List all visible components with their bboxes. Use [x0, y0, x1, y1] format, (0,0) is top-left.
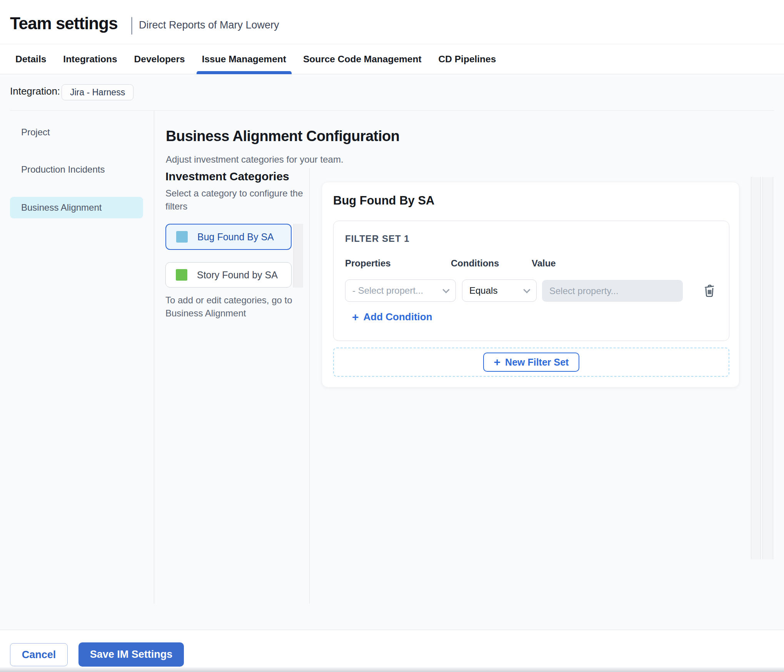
tab-integrations[interactable]: Integrations [63, 44, 117, 74]
horizontal-divider [10, 110, 774, 111]
footer-bar: Cancel Save IM Settings [0, 630, 784, 672]
trash-icon [702, 294, 717, 299]
team-settings-page: Team settings Direct Reports of Mary Low… [0, 0, 784, 672]
delete-condition-button[interactable] [701, 283, 718, 299]
save-im-settings-button[interactable]: Save IM Settings [78, 642, 184, 667]
new-filter-set-dropzone: + New Filter Set [333, 348, 729, 377]
bottom-edge-shadow [0, 667, 784, 672]
page-subtitle: Direct Reports of Mary Lowery [139, 19, 279, 31]
category-bug-found-by-sa[interactable]: Bug Found By SA [165, 224, 292, 250]
category-label: Bug Found By SA [197, 231, 274, 243]
add-condition-label: Add Condition [364, 311, 432, 323]
sidebar-divider [154, 111, 154, 604]
integration-chip[interactable]: Jira - Harness [62, 84, 133, 100]
cancel-button[interactable]: Cancel [10, 643, 68, 666]
filter-set-label: FILTER SET 1 [345, 233, 410, 244]
conditions-column-label: Conditions [451, 258, 499, 269]
panel-scrollbar[interactable] [751, 177, 761, 559]
property-select-placeholder: - Select propert... [352, 285, 423, 296]
section-title: Business Alignment Configuration [166, 128, 400, 145]
bug-category-swatch [176, 231, 188, 243]
investment-categories-title: Investment Categories [165, 170, 289, 183]
category-list-scrollbar[interactable] [293, 224, 303, 288]
add-condition-button[interactable]: + Add Condition [352, 311, 432, 323]
categories-note: To add or edit categories, go to Busines… [165, 294, 311, 320]
sidebar-item-project[interactable]: Project [21, 127, 50, 138]
chevron-down-icon [442, 286, 449, 293]
value-column-label: Value [532, 258, 556, 269]
tab-details[interactable]: Details [15, 44, 46, 74]
sidebar-item-production-incidents[interactable]: Production Incidents [21, 164, 105, 175]
value-input[interactable] [542, 280, 683, 302]
sidebar-item-label: Business Alignment [21, 202, 102, 213]
property-select[interactable]: - Select propert... [345, 279, 456, 302]
new-filter-set-button[interactable]: + New Filter Set [483, 353, 580, 372]
page-scrollbar[interactable] [762, 177, 773, 559]
new-filter-set-label: New Filter Set [505, 357, 569, 368]
config-card-title: Bug Found By SA [333, 194, 434, 208]
plus-icon: + [494, 356, 501, 368]
tab-bar: Details Integrations Developers Issue Ma… [0, 44, 784, 74]
tab-developers[interactable]: Developers [134, 44, 185, 74]
page-title: Team settings [10, 14, 118, 33]
filter-set-card: FILTER SET 1 Properties Conditions Value… [333, 221, 729, 341]
category-config-card: Bug Found By SA FILTER SET 1 Properties … [322, 182, 739, 388]
condition-select-value: Equals [469, 285, 497, 296]
sidebar-item-business-alignment[interactable]: Business Alignment [10, 197, 143, 218]
properties-column-label: Properties [345, 258, 391, 269]
investment-categories-hint: Select a category to configure the filte… [165, 187, 311, 213]
condition-select[interactable]: Equals [462, 279, 537, 302]
categories-divider [309, 168, 310, 604]
plus-icon: + [352, 311, 359, 323]
category-label: Story Found by SA [197, 269, 278, 281]
story-category-swatch [176, 269, 187, 281]
page-header: Team settings Direct Reports of Mary Low… [0, 0, 784, 44]
section-subtitle: Adjust investment categories for your te… [166, 154, 344, 165]
tab-issue-management[interactable]: Issue Management [202, 44, 286, 74]
chevron-down-icon [523, 286, 530, 293]
title-divider [131, 17, 132, 35]
category-story-found-by-sa[interactable]: Story Found by SA [165, 262, 292, 288]
tab-source-code-management[interactable]: Source Code Management [303, 44, 422, 74]
tab-cd-pipelines[interactable]: CD Pipelines [439, 44, 496, 74]
integration-label: Integration: [10, 85, 60, 97]
